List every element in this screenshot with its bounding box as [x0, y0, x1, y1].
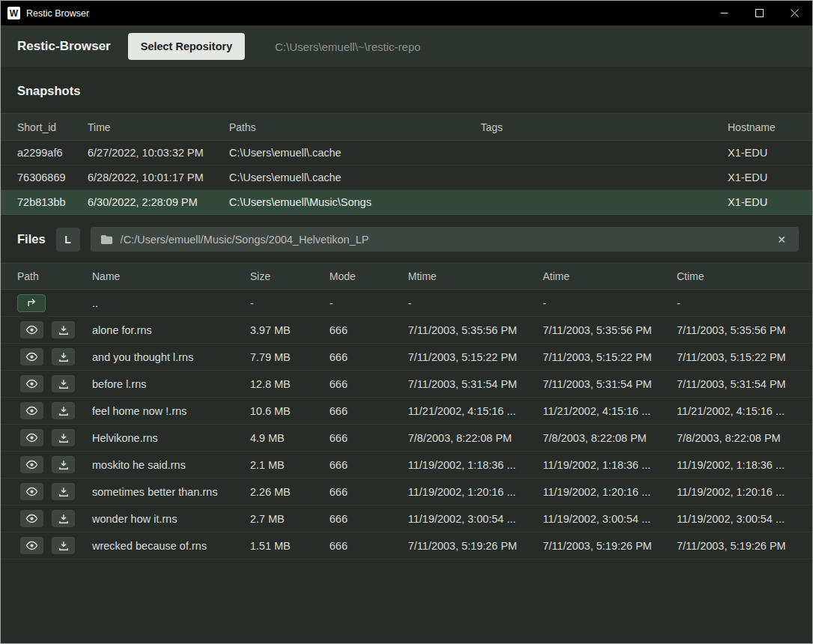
file-row[interactable]: wonder how it.rns 2.7 MB 666 11/19/2002,…: [1, 505, 812, 532]
file-mtime: 7/8/2003, 8:22:08 PM: [408, 432, 543, 444]
current-path-bar[interactable]: /C:/Users/emuell/Music/Songs/2004_Helvet…: [91, 227, 799, 252]
download-file-button[interactable]: [52, 402, 75, 419]
app-logo-icon: W: [7, 7, 20, 19]
file-row[interactable]: feel home now !.rns 10.6 MB 666 11/21/20…: [1, 398, 812, 425]
parent-directory-ctime: -: [677, 297, 812, 309]
parent-directory-name: ..: [92, 297, 250, 309]
file-atime: 7/11/2003, 5:31:54 PM: [543, 378, 677, 390]
preview-file-button[interactable]: [20, 321, 43, 338]
file-size: 3.97 MB: [250, 324, 329, 336]
file-size: 2.1 MB: [250, 459, 329, 471]
download-icon: [58, 379, 69, 389]
file-rows: alone for.rns 3.97 MB 666 7/11/2003, 5:3…: [1, 317, 812, 559]
titlebar[interactable]: W Restic Browser: [1, 1, 812, 25]
column-header-mtime: Mtime: [408, 270, 543, 282]
file-ctime: 11/19/2002, 1:20:16 ...: [677, 486, 812, 498]
column-header-tags: Tags: [481, 121, 728, 133]
file-mtime: 7/11/2003, 5:35:56 PM: [408, 324, 543, 336]
download-file-button[interactable]: [52, 510, 75, 527]
file-mode: 666: [329, 432, 408, 444]
file-mode: 666: [329, 540, 408, 552]
current-path-value: /C:/Users/emuell/Music/Songs/2004_Helvet…: [121, 234, 767, 246]
download-file-button[interactable]: [52, 483, 75, 500]
snapshot-row[interactable]: 76306869 6/28/2022, 10:01:17 PM C:\Users…: [1, 165, 812, 190]
file-mtime: 11/19/2002, 1:18:36 ...: [408, 459, 543, 471]
file-actions: [1, 321, 92, 338]
file-ctime: 11/19/2002, 1:18:36 ...: [677, 459, 812, 471]
preview-file-button[interactable]: [20, 402, 43, 419]
preview-file-button[interactable]: [20, 456, 43, 473]
drive-select-button[interactable]: L: [56, 228, 80, 252]
minimize-button[interactable]: [707, 1, 742, 25]
file-row[interactable]: before l.rns 12.8 MB 666 7/11/2003, 5:31…: [1, 371, 812, 398]
file-row[interactable]: wrecked because of.rns 1.51 MB 666 7/11/…: [1, 532, 812, 559]
file-size: 2.7 MB: [250, 513, 329, 525]
file-actions: [1, 375, 92, 392]
file-mtime: 7/11/2003, 5:31:54 PM: [408, 378, 543, 390]
eye-icon: [25, 433, 38, 443]
download-file-button[interactable]: [52, 537, 75, 554]
close-button[interactable]: [777, 1, 812, 25]
files-table: Path Name Size Mode Mtime Atime Ctime ..…: [1, 263, 812, 559]
file-mode: 666: [329, 486, 408, 498]
snapshot-row[interactable]: a2299af6 6/27/2022, 10:03:32 PM C:\Users…: [1, 141, 812, 165]
download-file-button[interactable]: [52, 456, 75, 473]
snapshot-short-id: 76306869: [1, 171, 88, 183]
file-row[interactable]: alone for.rns 3.97 MB 666 7/11/2003, 5:3…: [1, 317, 812, 344]
download-file-button[interactable]: [52, 429, 75, 446]
file-mtime: 11/19/2002, 3:00:54 ...: [408, 513, 543, 525]
titlebar-left: W Restic Browser: [1, 7, 89, 19]
select-repository-button[interactable]: Select Repository: [128, 33, 246, 60]
snapshot-short-id: a2299af6: [1, 147, 88, 159]
file-atime: 7/11/2003, 5:35:56 PM: [543, 324, 677, 336]
file-row[interactable]: moskito he said.rns 2.1 MB 666 11/19/200…: [1, 452, 812, 479]
file-atime: 11/19/2002, 1:18:36 ...: [543, 459, 677, 471]
column-header-mode: Mode: [329, 270, 408, 282]
download-file-button[interactable]: [52, 321, 75, 338]
file-actions: [1, 483, 92, 500]
snapshot-row-selected[interactable]: 72b813bb 6/30/2022, 2:28:09 PM C:\Users\…: [1, 190, 812, 215]
column-header-paths: Paths: [229, 121, 481, 133]
preview-file-button[interactable]: [20, 348, 43, 365]
file-name: before l.rns: [92, 378, 250, 390]
file-ctime: 11/21/2002, 4:15:16 ...: [677, 405, 812, 417]
file-name: and you thought l.rns: [92, 351, 250, 363]
preview-file-button[interactable]: [20, 375, 43, 392]
preview-file-button[interactable]: [20, 483, 43, 500]
file-ctime: 7/11/2003, 5:35:56 PM: [677, 324, 812, 336]
column-header-name: Name: [92, 270, 250, 282]
eye-icon: [25, 325, 38, 335]
download-file-button[interactable]: [52, 375, 75, 392]
file-mode: 666: [329, 378, 408, 390]
preview-file-button[interactable]: [20, 510, 43, 527]
folder-icon: [100, 234, 113, 245]
file-mode: 666: [329, 324, 408, 336]
column-header-path: Path: [1, 270, 92, 282]
file-row[interactable]: Helvikone.rns 4.9 MB 666 7/8/2003, 8:22:…: [1, 425, 812, 452]
file-ctime: 7/8/2003, 8:22:08 PM: [677, 432, 812, 444]
file-size: 1.51 MB: [250, 540, 329, 552]
snapshot-paths: C:\Users\emuell\.cache: [229, 171, 481, 183]
maximize-button[interactable]: [742, 1, 777, 25]
file-row[interactable]: and you thought l.rns 7.79 MB 666 7/11/2…: [1, 344, 812, 371]
eye-icon: [25, 352, 38, 362]
column-header-atime: Atime: [543, 270, 677, 282]
file-name: wonder how it.rns: [92, 513, 250, 525]
file-row[interactable]: sometimes better than.rns 2.26 MB 666 11…: [1, 479, 812, 505]
repository-path: C:\Users\emuell\~\restic-repo: [275, 40, 421, 53]
file-actions: [1, 537, 92, 554]
app-header: Restic-Browser Select Repository C:\User…: [1, 25, 812, 68]
parent-directory-row[interactable]: .. - - - - -: [1, 290, 812, 317]
clear-path-button[interactable]: ✕: [774, 232, 789, 247]
download-file-button[interactable]: [52, 348, 75, 365]
go-up-button[interactable]: [17, 294, 46, 312]
column-header-hostname: Hostname: [728, 121, 812, 133]
app-name: Restic-Browser: [17, 39, 111, 54]
snapshots-table: Short_id Time Paths Tags Hostname a2299a…: [1, 113, 812, 215]
file-ctime: 7/11/2003, 5:15:22 PM: [677, 351, 812, 363]
preview-file-button[interactable]: [20, 429, 43, 446]
snapshots-section-title: Snapshots: [1, 68, 812, 113]
snapshot-time: 6/28/2022, 10:01:17 PM: [88, 171, 229, 183]
preview-file-button[interactable]: [20, 537, 43, 554]
file-actions: [1, 510, 92, 527]
